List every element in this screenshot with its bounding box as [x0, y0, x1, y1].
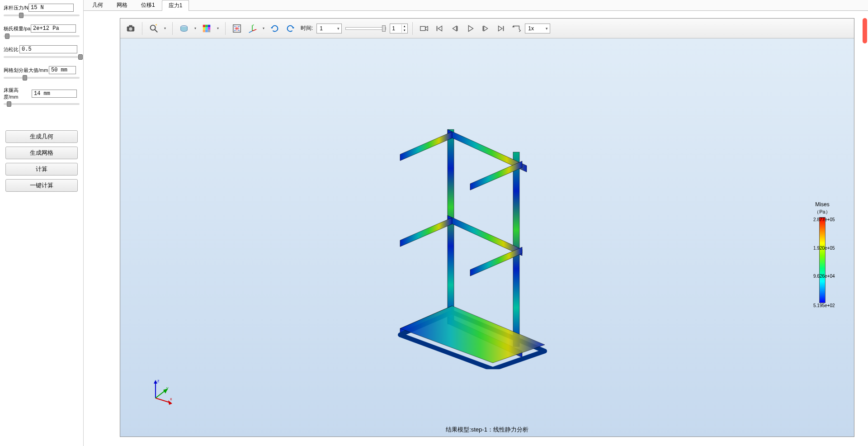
svg-text:x: x	[170, 397, 172, 401]
time-slider[interactable]	[345, 27, 386, 30]
action-button-0[interactable]: 生成几何	[5, 130, 78, 143]
action-button-1[interactable]: 生成网格	[5, 147, 78, 159]
svg-rect-13	[205, 29, 208, 32]
tab-2[interactable]: 位移1	[134, 0, 162, 10]
legend-tick: 2.877e+05	[813, 217, 835, 222]
svg-rect-2	[129, 25, 132, 27]
tab-3[interactable]: 应力1	[162, 0, 189, 11]
action-button-2[interactable]: 计算	[5, 163, 78, 176]
svg-rect-8	[208, 24, 211, 27]
viewport-toolbar: z 时间: 1 1 ▲▼ 1x	[120, 19, 854, 38]
main-area: 几何网格位移1应力1 z	[84, 0, 868, 446]
param-label: 网格划分最大值/mm	[4, 67, 49, 74]
prev-frame-button[interactable]	[448, 22, 462, 35]
next-frame-button[interactable]	[479, 22, 492, 35]
frame-spinner[interactable]: 1 ▲▼	[390, 24, 408, 33]
slider-thumb[interactable]	[5, 33, 9, 39]
svg-line-4	[155, 29, 158, 32]
screenshot-button[interactable]	[124, 22, 137, 35]
param-slider-0[interactable]	[4, 14, 80, 16]
spin-down[interactable]: ▼	[401, 28, 407, 33]
first-frame-button[interactable]	[433, 22, 446, 35]
param-row-3: 网格划分最大值/mm	[4, 66, 80, 79]
svg-marker-28	[448, 215, 522, 256]
param-slider-4[interactable]	[4, 103, 80, 105]
rotate-ccw-button[interactable]	[268, 22, 282, 35]
svg-rect-6	[203, 24, 206, 27]
svg-point-1	[129, 27, 132, 30]
play-button[interactable]	[463, 22, 477, 35]
param-input-0[interactable]	[28, 4, 74, 12]
svg-rect-11	[208, 27, 211, 30]
fit-view-button[interactable]	[230, 22, 244, 35]
slider-thumb[interactable]	[23, 75, 27, 81]
param-input-1[interactable]	[31, 24, 76, 33]
svg-rect-10	[205, 27, 208, 30]
param-slider-3[interactable]	[4, 77, 80, 79]
svg-line-41	[156, 390, 165, 398]
tab-strip: 几何网格位移1应力1	[84, 0, 868, 11]
param-slider-1[interactable]	[4, 35, 80, 37]
svg-marker-31	[400, 218, 452, 247]
param-input-2[interactable]	[19, 45, 77, 53]
legend-tick: 9.626e+04	[813, 274, 835, 279]
time-select[interactable]: 1	[316, 24, 342, 33]
param-label: 泊松比	[4, 46, 19, 53]
color-legend: Mises （Pa） 2.877e+051.920e+059.626e+045.…	[804, 201, 840, 305]
slider-thumb[interactable]	[382, 25, 386, 32]
color-cube-button[interactable]	[200, 22, 213, 35]
slider-thumb[interactable]	[7, 101, 11, 107]
loop-button[interactable]	[509, 22, 523, 35]
svg-rect-21	[437, 26, 438, 31]
svg-rect-22	[457, 26, 458, 31]
last-frame-button[interactable]	[494, 22, 508, 35]
slider-thumb[interactable]	[19, 13, 24, 18]
svg-rect-25	[448, 129, 454, 324]
param-row-2: 泊松比	[4, 45, 80, 58]
speed-select[interactable]: 1x	[525, 24, 550, 33]
zoom-dropdown[interactable]	[162, 26, 168, 30]
viewport-frame: z 时间: 1 1 ▲▼ 1x	[120, 18, 854, 437]
param-input-4[interactable]	[32, 90, 77, 98]
svg-text:z: z	[253, 24, 254, 26]
spin-up[interactable]: ▲	[401, 24, 407, 28]
clip-dropdown[interactable]	[193, 26, 198, 30]
svg-line-17	[252, 29, 256, 31]
param-input-3[interactable]	[49, 66, 76, 74]
legend-unit: （Pa）	[804, 209, 840, 215]
clip-plane-button[interactable]	[177, 22, 191, 35]
param-row-4: 床腿高度/mm	[4, 87, 80, 105]
rotate-cw-button[interactable]	[283, 22, 297, 35]
tab-0[interactable]: 几何	[85, 0, 110, 10]
svg-marker-38	[154, 380, 157, 384]
slider-thumb[interactable]	[78, 54, 83, 60]
axes-orientation-button[interactable]: z	[245, 22, 259, 35]
param-label: 杨氏模量/pa	[4, 25, 31, 32]
param-slider-2[interactable]	[4, 56, 80, 58]
color-dropdown[interactable]	[215, 26, 221, 30]
param-label: 床杆压力/N	[4, 5, 28, 11]
legend-bar	[819, 217, 826, 303]
legend-tick: 5.195e+02	[813, 303, 835, 308]
svg-marker-36	[400, 306, 545, 363]
result-caption: 结果模型:step-1：线性静力分析	[446, 426, 528, 434]
svg-rect-20	[420, 26, 425, 30]
3d-viewport[interactable]: z x y 结果模型:step-1：线性静力分析 Mises （Pa） 2.87…	[120, 38, 854, 437]
svg-line-39	[156, 398, 170, 403]
right-panel-handle[interactable]	[863, 18, 867, 43]
tab-1[interactable]: 网格	[110, 0, 134, 10]
axis-triad-icon: z x y	[147, 378, 175, 405]
svg-marker-30	[400, 132, 452, 161]
legend-tick: 1.920e+05	[813, 246, 835, 251]
svg-rect-12	[203, 29, 206, 32]
zoom-button[interactable]	[147, 22, 160, 35]
action-button-3[interactable]: 一键计算	[5, 179, 78, 192]
param-row-0: 床杆压力/N	[4, 4, 80, 16]
fea-model	[373, 116, 581, 369]
record-button[interactable]	[417, 22, 431, 35]
svg-rect-23	[483, 26, 484, 31]
axes-dropdown[interactable]	[261, 26, 266, 30]
svg-rect-9	[203, 27, 206, 30]
param-row-1: 杨氏模量/pa	[4, 24, 80, 37]
svg-line-18	[249, 31, 252, 33]
